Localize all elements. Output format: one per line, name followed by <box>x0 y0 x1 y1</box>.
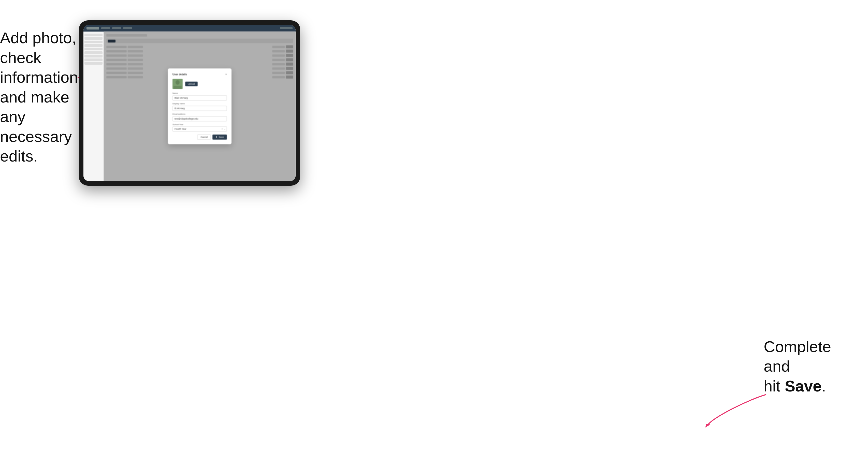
modal-title: User details <box>173 73 187 76</box>
modal-overlay: User details × <box>104 32 296 181</box>
app-nav-2 <box>112 27 121 29</box>
name-input[interactable] <box>173 95 227 100</box>
app-nav-1 <box>101 27 110 29</box>
svg-point-3 <box>176 80 180 85</box>
chevron-down-icon[interactable]: ⌄ <box>224 128 226 130</box>
modal-actions: Cancel ⬆ Save <box>173 134 227 139</box>
sidebar-item <box>85 48 102 50</box>
display-name-input[interactable] <box>173 106 227 111</box>
close-icon[interactable]: × <box>225 73 227 76</box>
sidebar-item <box>85 37 102 40</box>
cancel-button[interactable]: Cancel <box>197 134 211 139</box>
school-year-input[interactable] <box>173 126 227 131</box>
app-body: User details × <box>84 32 296 181</box>
email-label: Email address <box>173 113 227 115</box>
annotation-left: Add photo, check information and make an… <box>0 28 79 166</box>
name-field-group: Name <box>173 92 227 100</box>
user-details-modal: User details × <box>168 68 231 144</box>
school-year-field-group: School Year × ⌄ <box>173 123 227 131</box>
modal-header: User details × <box>173 73 227 76</box>
tablet-screen: User details × <box>84 25 296 181</box>
svg-marker-1 <box>705 424 710 428</box>
sidebar-item <box>85 62 102 65</box>
svg-rect-4 <box>174 86 182 89</box>
school-year-label: School Year <box>173 123 227 126</box>
sidebar-item <box>85 59 102 61</box>
app-nav-3 <box>123 27 132 29</box>
save-icon: ⬆ <box>215 136 218 138</box>
display-name-label: Display name <box>173 102 227 105</box>
app-main-content: User details × <box>104 32 296 181</box>
app-header <box>84 25 296 32</box>
photo-row: Upload <box>173 79 227 89</box>
sidebar-item <box>85 51 102 54</box>
app-header-right <box>280 27 292 29</box>
name-label: Name <box>173 92 227 94</box>
sidebar-item <box>85 41 102 43</box>
save-button[interactable]: ⬆ Save <box>212 134 227 139</box>
avatar <box>173 79 183 89</box>
annotation-right: Complete and hit Save. <box>764 337 860 396</box>
app-logo <box>87 27 99 30</box>
email-input[interactable] <box>173 116 227 121</box>
annotation-arrow-right <box>703 392 769 428</box>
upload-photo-button[interactable]: Upload <box>185 82 198 86</box>
tablet-device: User details × <box>79 20 300 186</box>
school-year-wrapper: × ⌄ <box>173 126 227 131</box>
sidebar-item <box>85 44 102 47</box>
sidebar-item <box>85 55 102 58</box>
display-name-field-group: Display name <box>173 102 227 111</box>
clear-icon[interactable]: × <box>222 128 223 130</box>
app-sidebar <box>84 32 104 181</box>
sidebar-item <box>85 34 102 36</box>
email-field-group: Email address <box>173 113 227 121</box>
